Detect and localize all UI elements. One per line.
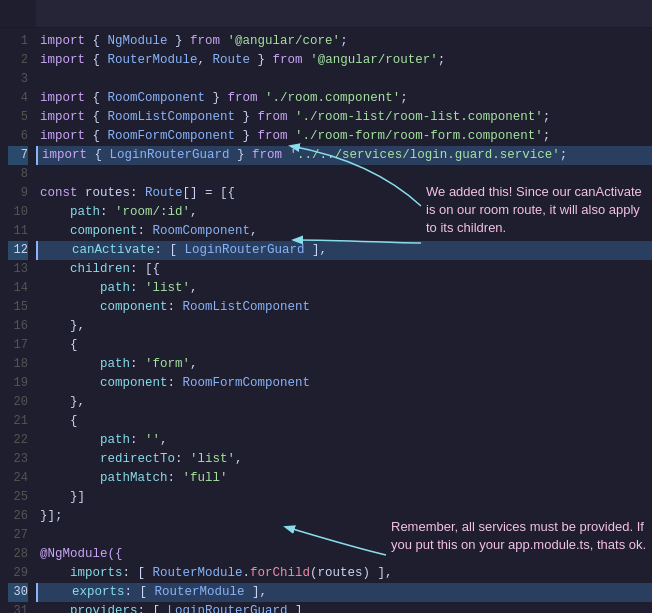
code-line-28: @NgModule({ <box>36 545 652 564</box>
token: { <box>85 53 108 67</box>
code-line-21: { <box>36 412 652 431</box>
token: './room.component' <box>265 91 400 105</box>
line-number-1: 1 <box>8 32 28 51</box>
token: ; <box>543 110 551 124</box>
token: imports <box>70 566 123 580</box>
token: , <box>198 53 213 67</box>
token: canActivate <box>72 243 155 257</box>
token: pathMatch <box>100 471 168 485</box>
token <box>42 585 72 599</box>
code-area[interactable]: import { NgModule } from '@angular/core'… <box>36 28 652 613</box>
code-line-11: component: RoomComponent, <box>36 222 652 241</box>
token: ; <box>340 34 348 48</box>
token: path <box>100 281 130 295</box>
line-number-28: 28 <box>8 545 28 564</box>
line-number-24: 24 <box>8 469 28 488</box>
token <box>303 53 311 67</box>
line-number-18: 18 <box>8 355 28 374</box>
token: }]; <box>40 509 63 523</box>
code-line-12: canActivate: [ LoginRouterGuard ], <box>36 241 652 260</box>
code-line-26: }]; <box>36 507 652 526</box>
line-number-12: 12 <box>8 241 28 260</box>
token: RoomComponent <box>153 224 251 238</box>
token: import <box>42 148 87 162</box>
token: : <box>168 471 183 485</box>
token: import <box>40 110 85 124</box>
line-number-9: 9 <box>8 184 28 203</box>
line-number-4: 4 <box>8 89 28 108</box>
code-line-19: component: RoomFormComponent <box>36 374 652 393</box>
token: } <box>205 91 228 105</box>
token: : [ <box>138 604 168 613</box>
token: Route <box>145 186 183 200</box>
line-number-2: 2 <box>8 51 28 70</box>
token: { <box>85 34 108 48</box>
token: LoginRouterGuard <box>168 604 288 613</box>
token: NgModule <box>108 34 168 48</box>
token: : <box>138 224 153 238</box>
line-number-22: 22 <box>8 431 28 450</box>
line-number-16: 16 <box>8 317 28 336</box>
token: { <box>85 91 108 105</box>
token: from <box>258 110 288 124</box>
editor-window: 1234567891011121314151617181920212223242… <box>0 0 652 613</box>
token <box>40 281 100 295</box>
token <box>40 319 70 333</box>
token: : [{ <box>130 262 160 276</box>
token: from <box>190 34 220 48</box>
token: : [ <box>155 243 185 257</box>
token <box>40 433 100 447</box>
token: routes: <box>78 186 146 200</box>
token: component <box>100 376 168 390</box>
token: '' <box>145 433 160 447</box>
token: [] = [{ <box>183 186 236 200</box>
token: providers <box>70 604 138 613</box>
token <box>40 566 70 580</box>
line-number-8: 8 <box>8 165 28 184</box>
token: path <box>70 205 100 219</box>
token <box>282 148 290 162</box>
line-number-13: 13 <box>8 260 28 279</box>
token: path <box>100 433 130 447</box>
token: redirectTo <box>100 452 175 466</box>
code-line-20: }, <box>36 393 652 412</box>
token: (routes) ], <box>310 566 393 580</box>
token: RoomListComponent <box>108 110 236 124</box>
editor-body: 1234567891011121314151617181920212223242… <box>0 28 652 613</box>
line-number-7: 7 <box>8 146 28 165</box>
code-line-15: component: RoomListComponent <box>36 298 652 317</box>
code-line-1: import { NgModule } from '@angular/core'… <box>36 32 652 51</box>
token <box>42 243 72 257</box>
token: 'room/:id' <box>115 205 190 219</box>
token: { <box>87 148 110 162</box>
code-line-10: path: 'room/:id', <box>36 203 652 222</box>
token: RouterModule <box>155 585 245 599</box>
line-number-6: 6 <box>8 127 28 146</box>
token <box>40 452 100 466</box>
token <box>40 471 100 485</box>
token: RoomListComponent <box>183 300 311 314</box>
token: { <box>85 129 108 143</box>
token: 'list' <box>190 452 235 466</box>
token <box>258 91 266 105</box>
token: import <box>40 129 85 143</box>
code-line-5: import { RoomListComponent } from './roo… <box>36 108 652 127</box>
line-number-3: 3 <box>8 70 28 89</box>
line-number-19: 19 <box>8 374 28 393</box>
code-line-22: path: '', <box>36 431 652 450</box>
token: LoginRouterGuard <box>110 148 230 162</box>
token: : <box>175 452 190 466</box>
token: { <box>40 414 78 428</box>
code-line-14: path: 'list', <box>36 279 652 298</box>
token: } <box>168 34 191 48</box>
token: @NgModule({ <box>40 547 123 561</box>
token: 'list' <box>145 281 190 295</box>
code-line-2: import { RouterModule, Route } from '@an… <box>36 51 652 70</box>
token: import <box>40 91 85 105</box>
token: RoomComponent <box>108 91 206 105</box>
active-tab[interactable] <box>0 0 37 27</box>
token: ; <box>400 91 408 105</box>
code-line-31: providers: [ LoginRouterGuard ] <box>36 602 652 613</box>
token: } <box>230 148 253 162</box>
token: . <box>243 566 251 580</box>
